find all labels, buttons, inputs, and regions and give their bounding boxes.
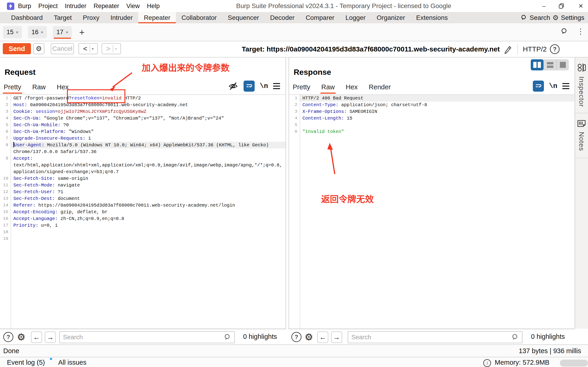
layout-toggle-group bbox=[531, 59, 569, 70]
line-number: 6 bbox=[0, 128, 11, 135]
new-tab-button[interactable]: + bbox=[79, 28, 84, 37]
response-tab-raw[interactable]: Raw bbox=[321, 83, 335, 93]
minimize-button[interactable]: – bbox=[540, 2, 548, 10]
menu-item-help[interactable]: Help bbox=[147, 2, 160, 10]
layout-rows-button[interactable] bbox=[543, 59, 556, 70]
tab-overflow-menu-icon[interactable]: ⋮ bbox=[577, 27, 584, 36]
hide-fields-eye-icon[interactable] bbox=[228, 81, 238, 92]
response-tab-pretty[interactable]: Pretty bbox=[293, 83, 310, 93]
request-tab-hex[interactable]: Hex bbox=[57, 83, 69, 93]
next-match-button[interactable]: → bbox=[331, 332, 342, 343]
repeater-tab-15[interactable]: 15× bbox=[3, 26, 22, 38]
back-dropdown-icon[interactable]: ▾ bbox=[90, 47, 96, 51]
help-icon[interactable]: ? bbox=[3, 332, 13, 342]
newline-toggle-icon[interactable]: \n bbox=[260, 82, 268, 90]
close-tab-icon[interactable]: × bbox=[41, 30, 43, 35]
word-wrap-icon[interactable] bbox=[244, 81, 255, 92]
search-icon[interactable] bbox=[521, 15, 527, 21]
memory-indicator bbox=[560, 360, 588, 367]
line-number: 12 bbox=[0, 189, 11, 195]
help-icon[interactable]: ? bbox=[550, 44, 560, 54]
main-tab-dashboard[interactable]: Dashboard bbox=[6, 12, 48, 23]
close-tab-icon[interactable]: × bbox=[66, 30, 68, 35]
highlights-count[interactable]: 0 highlights bbox=[243, 333, 277, 341]
main-tab-sequencer[interactable]: Sequencer bbox=[222, 12, 265, 23]
main-tab-decoder[interactable]: Decoder bbox=[265, 12, 300, 23]
send-button[interactable]: Send bbox=[3, 43, 31, 54]
event-log-tab[interactable]: Event log (5) bbox=[7, 359, 45, 366]
main-tab-comparer[interactable]: Comparer bbox=[300, 12, 340, 23]
search-input[interactable] bbox=[348, 334, 511, 341]
code-segment: navigate bbox=[55, 183, 80, 188]
search-settings-gear-icon[interactable]: ⚙ bbox=[304, 332, 314, 342]
all-issues-tab[interactable]: All issues bbox=[58, 359, 87, 366]
code-row: 5Sec-Ch-Ua-Mobile: ?0 bbox=[0, 122, 286, 128]
close-tab-icon[interactable]: × bbox=[16, 30, 18, 35]
next-match-button[interactable]: → bbox=[45, 332, 56, 343]
code-segment: Accept: bbox=[13, 156, 33, 161]
history-back-button[interactable]: <▾ bbox=[78, 43, 98, 54]
request-tab-pretty[interactable]: Pretty bbox=[4, 83, 21, 93]
main-tab-target[interactable]: Target bbox=[48, 12, 77, 23]
inspector-tab[interactable]: Inspector bbox=[575, 58, 588, 107]
request-annotation: 加入爆出来的令牌参数 bbox=[142, 61, 229, 73]
history-forward-button[interactable]: >▾ bbox=[101, 43, 121, 54]
main-tab-logger[interactable]: Logger bbox=[340, 12, 371, 23]
layout-single-button[interactable] bbox=[556, 59, 569, 70]
menu-item-project[interactable]: Project bbox=[38, 2, 58, 10]
line-number: 6 bbox=[289, 128, 300, 135]
request-settings-button[interactable]: ⚙ bbox=[33, 43, 44, 54]
main-tab-proxy[interactable]: Proxy bbox=[77, 12, 105, 23]
menu-item-repeater[interactable]: Repeater bbox=[93, 2, 119, 10]
search-menu-item[interactable]: Search bbox=[529, 14, 550, 21]
prev-match-button[interactable]: ← bbox=[31, 332, 42, 343]
editor-menu-icon[interactable] bbox=[273, 83, 280, 89]
help-icon[interactable]: ? bbox=[291, 332, 302, 342]
code-segment: 1 bbox=[85, 136, 91, 141]
editor-menu-icon[interactable] bbox=[562, 83, 569, 89]
prev-match-button[interactable]: ← bbox=[317, 332, 328, 343]
word-wrap-icon[interactable] bbox=[533, 81, 544, 92]
code-line: application/signed-exchange;v=b3;q=0.7 bbox=[11, 168, 286, 175]
tab-search-icon[interactable] bbox=[561, 28, 568, 35]
main-tab-organizer[interactable]: Organizer bbox=[371, 12, 411, 23]
menu-item-burp[interactable]: Burp bbox=[18, 2, 31, 10]
settings-menu-item[interactable]: Settings bbox=[561, 14, 584, 21]
highlights-count[interactable]: 0 highlights bbox=[531, 333, 565, 341]
main-tab-extensions[interactable]: Extensions bbox=[411, 12, 454, 23]
restore-button[interactable] bbox=[558, 3, 566, 9]
request-editor[interactable]: 1GET /forgot-password?resetToken=invalid… bbox=[0, 95, 286, 329]
response-editor[interactable]: 1HTTP/2 400 Bad Request2Content-Type: ap… bbox=[289, 95, 574, 329]
code-row: 9Accept: bbox=[0, 155, 286, 162]
window-title: Burp Suite Professional v2024.3.1 - Temp… bbox=[236, 2, 451, 10]
edit-target-pencil-icon[interactable] bbox=[503, 45, 512, 54]
response-tab-hex[interactable]: Hex bbox=[346, 83, 358, 93]
repeater-tab-17[interactable]: 17× bbox=[53, 26, 72, 38]
menu-item-view[interactable]: View bbox=[126, 2, 140, 10]
cancel-button[interactable]: Cancel bbox=[51, 43, 74, 54]
response-tab-render[interactable]: Render bbox=[369, 83, 391, 93]
code-row: 16Accept-Language: zh-CN,zh;q=0.9,en;q=0… bbox=[0, 215, 286, 222]
main-tab-collaborator[interactable]: Collaborator bbox=[176, 12, 222, 23]
layout-columns-button[interactable] bbox=[531, 59, 543, 70]
repeater-tab-16[interactable]: 16× bbox=[28, 26, 47, 38]
settings-gear-icon[interactable]: ⚙ bbox=[553, 14, 559, 21]
code-segment: "Windows" bbox=[66, 129, 94, 134]
gutter-divider bbox=[11, 95, 11, 329]
newline-toggle-icon[interactable]: \n bbox=[549, 82, 557, 90]
search-input[interactable] bbox=[60, 334, 224, 341]
code-row: 2Content-Type: application/json; charset… bbox=[289, 101, 574, 108]
line-number: 10 bbox=[0, 175, 11, 182]
main-tab-repeater[interactable]: Repeater bbox=[138, 12, 176, 23]
search-settings-gear-icon[interactable]: ⚙ bbox=[16, 332, 26, 342]
code-line: Accept-Encoding: gzip, deflate, br bbox=[11, 209, 286, 215]
close-window-button[interactable]: ✕ bbox=[577, 2, 585, 10]
request-tab-raw[interactable]: Raw bbox=[32, 83, 46, 93]
repeater-toolbar: Send ⚙ Cancel <▾ >▾ Target: https://0a09… bbox=[0, 41, 588, 58]
main-tab-intruder[interactable]: Intruder bbox=[105, 12, 138, 23]
code-segment: text/html,application/xhtml+xml,applicat… bbox=[13, 162, 282, 168]
notes-tab[interactable]: Notes bbox=[575, 113, 588, 151]
forward-dropdown-icon[interactable]: ▾ bbox=[113, 47, 119, 51]
search-band: ? ⚙ ← → 0 highlights ? ⚙ ← → 0 highlight… bbox=[0, 329, 588, 344]
menu-item-intruder[interactable]: Intruder bbox=[65, 2, 86, 10]
